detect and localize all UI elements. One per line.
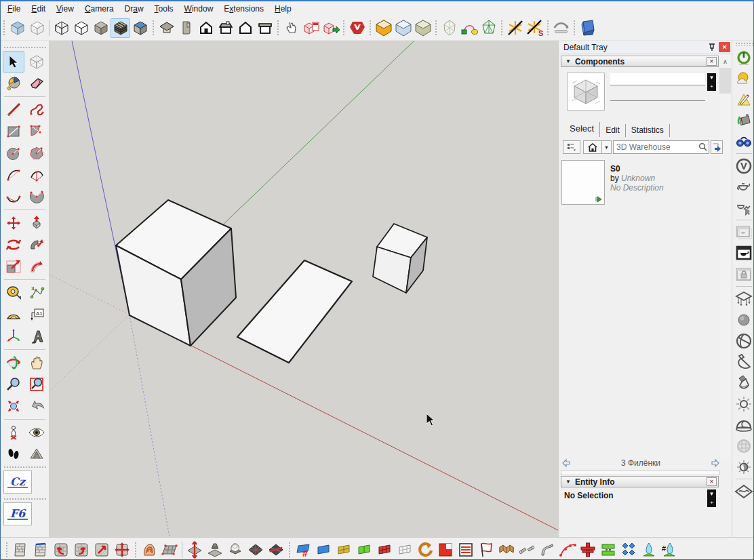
push-pull-tool[interactable]	[26, 212, 47, 234]
paint-bucket-tool[interactable]	[3, 73, 24, 94]
corner-sharp-icon[interactable]	[393, 18, 413, 38]
texture-rotate-right-icon[interactable]	[71, 540, 92, 560]
quad-blue-icon[interactable]	[313, 540, 334, 560]
view-options-button[interactable]	[563, 140, 580, 154]
component-name-field[interactable]	[610, 73, 705, 85]
model-viewport[interactable]	[49, 41, 558, 537]
components-close-button[interactable]: ×	[707, 57, 717, 66]
back-edges-style-icon[interactable]	[27, 18, 47, 38]
shell-icon[interactable]	[439, 18, 459, 38]
two-point-arc-tool[interactable]	[26, 164, 47, 186]
power-icon[interactable]	[734, 47, 754, 68]
bezier-curve-icon[interactable]	[557, 540, 578, 560]
zoom-extents-tool[interactable]	[3, 395, 24, 417]
arch-bend-icon[interactable]	[551, 18, 571, 38]
tray-scrollbar[interactable]: ∧	[719, 56, 731, 457]
circle-tool[interactable]	[3, 142, 24, 164]
shaded-style-icon[interactable]	[91, 18, 111, 38]
text-tool[interactable]: A1	[26, 304, 47, 325]
toolbar-grip[interactable]	[735, 42, 753, 46]
sphere-icon[interactable]	[734, 309, 754, 330]
xray-style-icon[interactable]	[7, 18, 27, 38]
toolbar-grip[interactable]	[572, 19, 576, 37]
menu-help[interactable]: Help	[269, 3, 297, 15]
water-drop-hash-icon[interactable]: #	[659, 540, 679, 560]
toolbar-grip[interactable]	[5, 541, 9, 559]
search-icon[interactable]	[698, 142, 707, 151]
follow-me-tool[interactable]	[26, 234, 47, 256]
select-hand-icon[interactable]	[281, 18, 301, 38]
home-dropdown[interactable]: ▼	[602, 140, 612, 154]
water-drop-icon[interactable]	[639, 540, 659, 560]
sun-cloud-icon[interactable]	[734, 68, 754, 89]
bent-profile-icon[interactable]	[537, 540, 557, 560]
select-tool[interactable]	[3, 51, 24, 73]
pan-tool[interactable]	[26, 352, 47, 374]
frame-buffer-icon[interactable]	[734, 222, 754, 243]
offset-tool[interactable]	[26, 256, 47, 277]
sphere-light-icon[interactable]	[734, 456, 754, 477]
quad-hash-icon[interactable]: #	[293, 540, 313, 560]
red-cross-icon[interactable]	[578, 540, 598, 560]
components-header[interactable]: ▼ Components ×	[561, 56, 719, 67]
smoove-icon[interactable]	[184, 540, 205, 560]
entity-info-close-button[interactable]: ×	[707, 477, 717, 486]
blue-tiles-icon[interactable]	[618, 540, 639, 560]
toolbar-grip[interactable]	[500, 19, 504, 37]
home-button[interactable]	[583, 140, 602, 154]
texture-rotate-up-icon[interactable]	[92, 540, 112, 560]
wireframe-style-icon[interactable]	[52, 18, 71, 38]
component-item-name[interactable]: S0	[610, 164, 620, 174]
menu-extensions[interactable]: Extensions	[218, 3, 269, 15]
view-top-icon[interactable]	[176, 18, 196, 38]
secondary-pane-toggle[interactable]: ▼ +	[707, 73, 716, 91]
quad-red-icon[interactable]	[374, 540, 395, 560]
toolbar-grip[interactable]	[3, 46, 46, 49]
toolbar-grip[interactable]	[3, 466, 46, 469]
quad-yellow-icon[interactable]	[334, 540, 354, 560]
menu-file[interactable]: File	[2, 3, 26, 15]
toolbar-grip[interactable]	[342, 19, 346, 37]
texture-page-icon[interactable]	[10, 540, 31, 560]
vray-ring-icon[interactable]	[734, 155, 754, 176]
plugin-button-cz[interactable]: Cz	[3, 471, 32, 494]
toolbar-grip[interactable]	[276, 19, 280, 37]
previous-view-tool[interactable]	[26, 395, 47, 417]
plugin-button-f6[interactable]: F6	[3, 502, 32, 525]
polygon-tool[interactable]	[26, 142, 47, 164]
arc-tool[interactable]	[3, 164, 24, 186]
view-right-icon[interactable]	[216, 18, 235, 38]
menu-tools[interactable]: Tools	[149, 3, 179, 15]
globe-light-icon[interactable]	[734, 435, 754, 456]
toolbar-grip[interactable]	[2, 19, 6, 37]
ies-light-icon[interactable]	[734, 372, 754, 393]
purge-s-icon[interactable]: S	[525, 18, 544, 38]
protractor-tool[interactable]	[3, 304, 24, 325]
render-lock-icon[interactable]	[734, 264, 754, 285]
purge-icon[interactable]	[505, 18, 525, 38]
view-left-icon[interactable]	[255, 18, 275, 38]
hidden-line-style-icon[interactable]	[71, 18, 91, 38]
vray-logo-icon[interactable]	[347, 18, 367, 38]
section-plane-tool[interactable]	[26, 443, 47, 465]
3d-text-tool[interactable]	[26, 325, 47, 347]
tape-measure-tool[interactable]	[3, 282, 24, 304]
corner-round-icon[interactable]	[374, 18, 393, 38]
plane-table-icon[interactable]	[734, 288, 754, 309]
menu-view[interactable]: View	[51, 3, 79, 15]
walk-tool[interactable]	[3, 443, 24, 465]
edge-lines-icon[interactable]	[456, 540, 476, 560]
red-corner-icon[interactable]	[435, 540, 456, 560]
texture-page-edit-icon[interactable]	[31, 540, 51, 560]
terrain-from-contours-icon[interactable]	[139, 540, 159, 560]
toolbar-grip[interactable]	[368, 19, 372, 37]
omni-light-icon[interactable]	[734, 393, 754, 414]
pie-tool[interactable]	[26, 186, 47, 207]
make-component-tool[interactable]	[26, 51, 47, 73]
component-description-field[interactable]	[610, 100, 705, 125]
menu-draw[interactable]: Draw	[119, 3, 149, 15]
blue-panel-icon[interactable]	[578, 18, 597, 38]
scroll-up-icon[interactable]: ∧	[719, 56, 731, 67]
menu-camera[interactable]: Camera	[79, 3, 119, 15]
prev-page-icon[interactable]	[561, 458, 572, 468]
